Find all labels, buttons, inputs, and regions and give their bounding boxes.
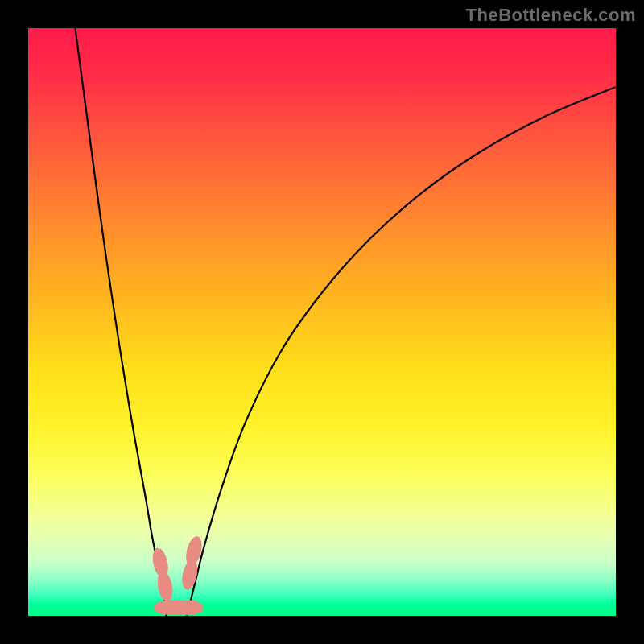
marker-3 <box>180 559 200 592</box>
marker-5 <box>173 600 204 615</box>
chart-markers <box>151 535 204 615</box>
watermark-text: TheBottleneck.com <box>466 5 636 26</box>
chart-svg <box>28 28 616 616</box>
curve-left-branch <box>75 28 166 616</box>
curve-right-branch <box>187 87 616 616</box>
chart-area <box>28 28 616 616</box>
